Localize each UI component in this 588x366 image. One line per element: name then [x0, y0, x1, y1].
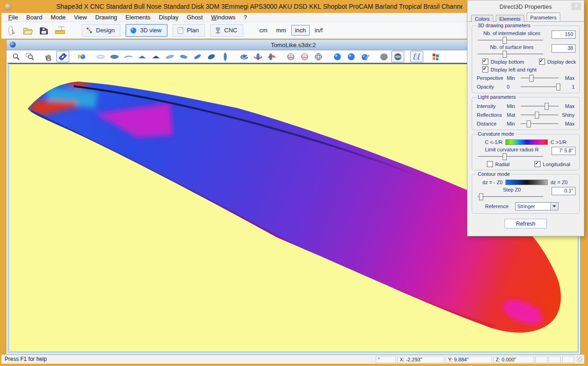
display-bottom-checkbox[interactable]: Display bottom [482, 59, 524, 65]
flow-lines-icon[interactable] [410, 51, 423, 62]
perspective-slider[interactable] [521, 75, 558, 81]
tab-colors[interactable]: Colors [471, 15, 493, 22]
max-label: Shiny [561, 112, 575, 118]
min-label: Min [507, 121, 518, 126]
group-3d-drawing-parameters: 3D drawing parameters Nb. of intermediat… [472, 25, 580, 93]
cnc-label: CNC [224, 27, 237, 34]
opacity-slider[interactable] [521, 84, 558, 90]
status-cell-1: X: -2.293" [397, 356, 444, 363]
surface-lines-value[interactable]: 38 [552, 44, 576, 53]
wireframe-sphere-red-icon[interactable] [298, 51, 311, 62]
design-button[interactable]: Design [82, 24, 120, 37]
surface-lines-slider[interactable] [478, 51, 543, 57]
curvature-radius-slider[interactable] [478, 153, 543, 160]
status-cell-2: Y: 9.884" [446, 356, 492, 363]
tilt-view-1-icon[interactable] [163, 51, 176, 62]
reference-dropdown[interactable]: Stringer [515, 202, 558, 210]
curvature-sphere-icon[interactable] [391, 51, 404, 62]
chevron-down-icon[interactable] [550, 203, 558, 210]
step-z0-label: Step Z0 [477, 187, 547, 193]
min-label: Min [507, 103, 518, 109]
distance-slider[interactable] [521, 120, 558, 127]
contour-gradient-bar [505, 180, 548, 185]
texture-sphere-icon[interactable] [359, 51, 372, 62]
3d-view-label: 3D view [140, 27, 161, 34]
light-view-icon[interactable] [75, 51, 88, 62]
reset-rotation-icon[interactable] [238, 51, 251, 62]
close-icon[interactable] [571, 3, 581, 10]
group-title: Curvature mode [476, 131, 516, 137]
panel-titlebar[interactable]: Direct3D Properties [468, 0, 584, 12]
tab-elements[interactable]: Elements [496, 15, 524, 22]
curvature-left-label: C <-1/R [477, 139, 503, 145]
spin-yaw-icon[interactable] [252, 51, 264, 62]
tilt-view-2-icon[interactable] [177, 51, 190, 62]
unit-inch-button[interactable]: inch [291, 25, 310, 36]
max-label: Max [561, 121, 575, 126]
status-cell-6 [562, 356, 574, 363]
tilt-view-3-icon[interactable] [191, 51, 204, 62]
checkbox-label: Longitudinal [543, 162, 570, 167]
menu-item-board[interactable]: Board [22, 13, 47, 21]
open-file-icon[interactable] [20, 24, 35, 37]
render-sphere-icon[interactable] [331, 51, 344, 62]
slice-view-dark-icon[interactable] [150, 51, 162, 62]
menu-item-mode[interactable]: Mode [47, 13, 70, 21]
display-left-right-checkbox[interactable]: Display left and right [482, 66, 537, 72]
menu-item-help[interactable]: ? [240, 13, 251, 21]
mesh-sphere-icon[interactable] [312, 51, 325, 62]
wireframe-sphere-icon[interactable] [284, 51, 297, 62]
tilt-view-4-icon[interactable] [205, 51, 218, 62]
display-deck-checkbox[interactable]: Display deck [539, 59, 576, 65]
contour-sphere-icon[interactable] [378, 51, 390, 62]
resize-grip-icon[interactable] [577, 357, 582, 362]
longitudinal-checkbox[interactable]: Longitudinal [534, 161, 570, 167]
side-view-icon[interactable] [219, 51, 232, 62]
unit-in-f-button[interactable]: in/f [311, 25, 326, 36]
status-bar: Press F1 for help "X: -2.293"Y: 9.884"Z:… [1, 354, 584, 364]
menu-item-ghost[interactable]: Ghost [183, 13, 207, 21]
step-z0-slider[interactable] [478, 193, 543, 200]
slices-value[interactable]: 150 [552, 30, 576, 39]
slice-view-icon[interactable] [136, 51, 149, 62]
new-board-icon[interactable] [4, 24, 19, 37]
menu-item-windows[interactable]: Windows [207, 13, 240, 21]
color-grid-icon[interactable] [429, 51, 442, 62]
rocker-view-icon[interactable] [122, 51, 135, 62]
reflections-slider[interactable] [521, 112, 558, 118]
refresh-button[interactable]: Refresh [504, 219, 547, 228]
render-sphere-2-icon[interactable] [345, 51, 358, 62]
curvature-radius-value[interactable]: 7' 5.8" [552, 147, 576, 155]
pan-hand-icon[interactable] [42, 51, 55, 62]
menu-item-drawing[interactable]: Drawing [91, 13, 121, 21]
unit-cm-button[interactable]: cm [256, 25, 271, 36]
zoom-window-icon[interactable] [24, 51, 36, 62]
3d-view-button[interactable]: 3D view [126, 24, 167, 37]
radial-checkbox[interactable]: Radial [487, 161, 510, 167]
menu-item-display[interactable]: Display [155, 13, 183, 21]
dimensions-icon[interactable] [52, 24, 67, 37]
menu-item-elements[interactable]: Elements [121, 13, 155, 21]
rotate-3d-icon[interactable] [56, 51, 69, 62]
zoom-in-icon[interactable] [10, 51, 23, 62]
plan-button[interactable]: Plan [173, 24, 205, 37]
cnc-button[interactable]: CNC [210, 24, 243, 37]
reference-value: Stringer [516, 204, 550, 209]
panel-title: Direct3D Properties [499, 3, 552, 10]
board-outline-view-icon[interactable] [94, 51, 107, 62]
group-title: 3D drawing parameters [476, 23, 532, 28]
mode-buttons: Design3D viewPlanCNC [77, 24, 243, 37]
step-z0-value[interactable]: 0.1" [552, 187, 576, 195]
tab-parameters[interactable]: Parameters [527, 12, 560, 21]
board-top-view-icon[interactable] [108, 51, 121, 62]
status-cell-4 [535, 356, 547, 363]
slices-slider[interactable] [478, 37, 543, 43]
menu-item-file[interactable]: File [4, 13, 22, 21]
menu-item-view[interactable]: View [70, 13, 91, 21]
spin-pitch-icon[interactable] [265, 51, 278, 62]
unit-mm-button[interactable]: mm [272, 25, 290, 36]
intensity-slider[interactable] [521, 103, 558, 109]
intensity-label: Intensity [477, 103, 504, 109]
slices-label: Nb. of intermediate slices [477, 30, 547, 36]
save-file-icon[interactable] [36, 24, 51, 37]
